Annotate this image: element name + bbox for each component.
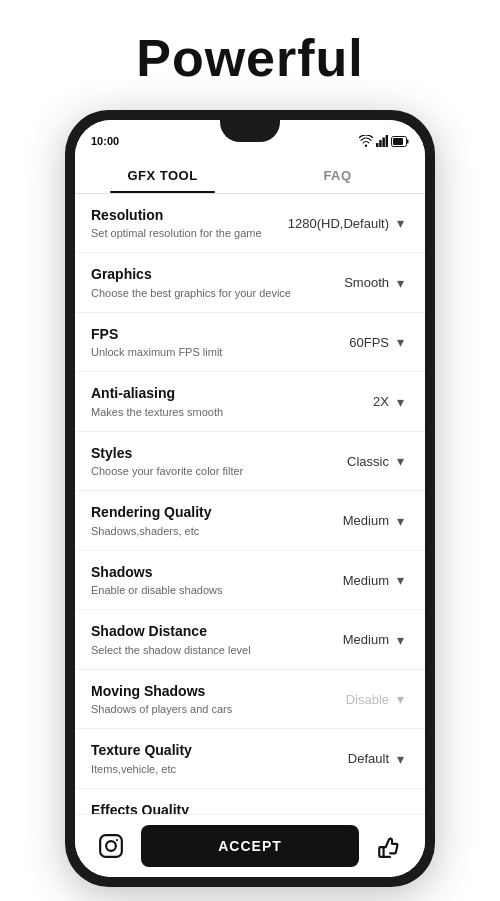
settings-desc-graphics: Choose the best graphics for your device [91, 286, 301, 300]
tab-bar: GFX TOOL FAQ [75, 156, 425, 194]
settings-desc-anti-aliasing: Makes the textures smooth [91, 405, 301, 419]
settings-value-fps: 60FPS [349, 335, 389, 350]
phone-inner: 10:00 [75, 120, 425, 877]
settings-item-fps[interactable]: FPSUnlock maximum FPS limit60FPS [75, 313, 425, 372]
instagram-button[interactable] [91, 826, 131, 866]
settings-desc-resolution: Set optimal resolution for the game [91, 226, 280, 240]
settings-item-texture-quality[interactable]: Texture QualityItems,vehicle, etcDefault [75, 729, 425, 788]
settings-desc-rendering-quality: Shadows,shaders, etc [91, 524, 301, 538]
settings-item-moving-shadows[interactable]: Moving ShadowsShadows of players and car… [75, 670, 425, 729]
svg-rect-3 [386, 135, 388, 147]
dropdown-arrow-resolution[interactable] [391, 214, 409, 232]
settings-value-effects-quality: Default [348, 811, 389, 814]
svg-rect-1 [379, 140, 382, 147]
battery-icon [391, 136, 409, 147]
settings-title-effects-quality: Effects Quality [91, 801, 301, 814]
dropdown-arrow-texture-quality[interactable] [391, 750, 409, 768]
status-bar: 10:00 [75, 120, 425, 156]
settings-desc-styles: Choose your favorite color filter [91, 464, 301, 478]
settings-title-fps: FPS [91, 325, 301, 343]
thumbsup-icon [376, 833, 402, 859]
svg-point-9 [116, 839, 118, 841]
settings-item-effects-quality[interactable]: Effects QualitySparks, explosions, fire,… [75, 789, 425, 814]
settings-title-resolution: Resolution [91, 206, 280, 224]
settings-list: ResolutionSet optimal resolution for the… [75, 194, 425, 814]
dropdown-arrow-rendering-quality[interactable] [391, 512, 409, 530]
dropdown-arrow-fps[interactable] [391, 333, 409, 351]
thumbsup-button[interactable] [369, 826, 409, 866]
phone-frame: 10:00 [65, 110, 435, 887]
svg-rect-7 [100, 835, 122, 857]
settings-title-anti-aliasing: Anti-aliasing [91, 384, 301, 402]
settings-desc-texture-quality: Items,vehicle, etc [91, 762, 301, 776]
hero-title: Powerful [136, 28, 364, 88]
dropdown-arrow-effects-quality[interactable] [391, 809, 409, 814]
dropdown-arrow-anti-aliasing[interactable] [391, 393, 409, 411]
settings-title-shadow-distance: Shadow Distance [91, 622, 301, 640]
instagram-icon [98, 833, 124, 859]
svg-rect-2 [382, 138, 385, 148]
svg-rect-0 [376, 143, 379, 147]
settings-desc-fps: Unlock maximum FPS limit [91, 345, 301, 359]
notch [220, 120, 280, 142]
tab-gfx-tool[interactable]: GFX TOOL [75, 156, 250, 193]
settings-title-texture-quality: Texture Quality [91, 741, 301, 759]
accept-button[interactable]: ACCEPT [141, 825, 359, 867]
svg-rect-5 [393, 138, 403, 145]
dropdown-arrow-shadows[interactable] [391, 571, 409, 589]
status-icons [359, 135, 409, 147]
settings-item-anti-aliasing[interactable]: Anti-aliasingMakes the textures smooth2X [75, 372, 425, 431]
settings-value-styles: Classic [347, 454, 389, 469]
page-wrapper: Powerful 10:00 [0, 0, 500, 901]
dropdown-arrow-graphics[interactable] [391, 274, 409, 292]
settings-value-moving-shadows: Disable [346, 692, 389, 707]
settings-item-graphics[interactable]: GraphicsChoose the best graphics for you… [75, 253, 425, 312]
settings-title-shadows: Shadows [91, 563, 301, 581]
wifi-icon [359, 135, 373, 147]
signal-icon [376, 135, 388, 147]
bottom-bar: ACCEPT [75, 814, 425, 877]
settings-desc-shadows: Enable or disable shadows [91, 583, 301, 597]
dropdown-arrow-moving-shadows [391, 690, 409, 708]
settings-desc-shadow-distance: Select the shadow distance level [91, 643, 301, 657]
settings-item-rendering-quality[interactable]: Rendering QualityShadows,shaders, etcMed… [75, 491, 425, 550]
settings-value-resolution: 1280(HD,Default) [288, 216, 389, 231]
settings-title-moving-shadows: Moving Shadows [91, 682, 301, 700]
settings-title-rendering-quality: Rendering Quality [91, 503, 301, 521]
svg-rect-6 [407, 139, 409, 143]
settings-item-shadows[interactable]: ShadowsEnable or disable shadowsMedium [75, 551, 425, 610]
settings-value-anti-aliasing: 2X [373, 394, 389, 409]
settings-item-styles[interactable]: StylesChoose your favorite color filterC… [75, 432, 425, 491]
tab-faq[interactable]: FAQ [250, 156, 425, 193]
svg-point-8 [106, 841, 116, 851]
status-time: 10:00 [91, 135, 119, 147]
settings-value-shadows: Medium [343, 573, 389, 588]
settings-title-graphics: Graphics [91, 265, 301, 283]
settings-title-styles: Styles [91, 444, 301, 462]
dropdown-arrow-shadow-distance[interactable] [391, 631, 409, 649]
settings-desc-moving-shadows: Shadows of players and cars [91, 702, 301, 716]
settings-value-shadow-distance: Medium [343, 632, 389, 647]
settings-item-resolution[interactable]: ResolutionSet optimal resolution for the… [75, 194, 425, 253]
settings-value-graphics: Smooth [344, 275, 389, 290]
settings-item-shadow-distance[interactable]: Shadow DistanceSelect the shadow distanc… [75, 610, 425, 669]
dropdown-arrow-styles[interactable] [391, 452, 409, 470]
settings-value-rendering-quality: Medium [343, 513, 389, 528]
settings-value-texture-quality: Default [348, 751, 389, 766]
